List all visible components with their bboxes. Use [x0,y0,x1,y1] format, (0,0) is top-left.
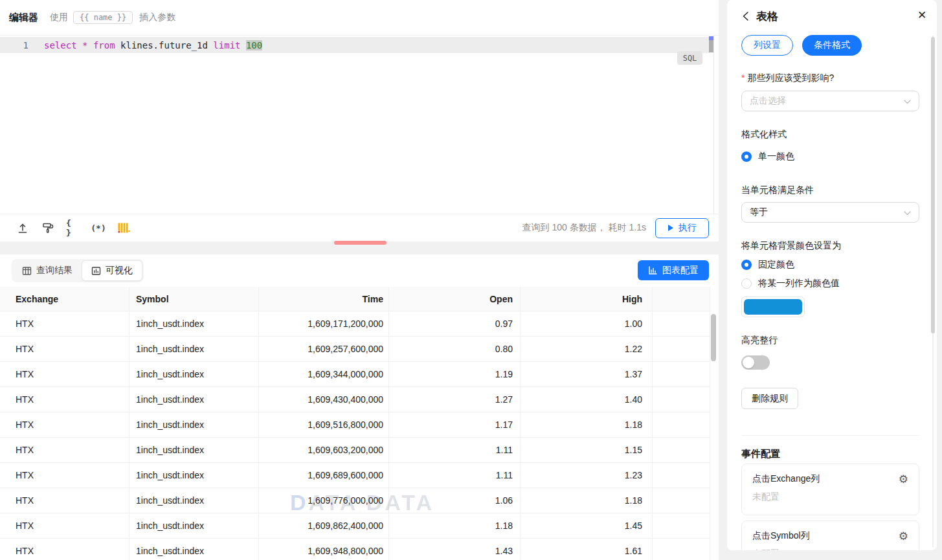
table-row[interactable]: HTX1inch_usdt.index1,609,948,800,0001.43… [0,539,710,560]
bar-chart-icon [648,265,658,275]
chart-config-button[interactable]: 图表配置 [638,260,709,280]
column-header[interactable]: High [521,287,653,311]
sql-code-editor[interactable]: 1select * from klines.future_1d limit 10… [0,36,710,214]
sql-editor-panel: 编辑器 使用 {{ name }} 插入参数 1select * from kl… [0,0,719,241]
radio-fixed-color[interactable]: 固定颜色 [741,259,794,271]
table-scrollbar-thumb[interactable] [711,314,716,361]
table-cell-empty [653,311,710,336]
table-cell: 1,609,171,200,000 [259,311,389,336]
gear-icon[interactable]: ⚙ [899,531,908,542]
table-cell: 1,609,862,400,000 [259,513,389,538]
color-picker[interactable] [741,297,805,317]
table-cell: 1,609,516,800,000 [259,412,389,437]
table-cell: HTX [0,463,129,487]
close-icon[interactable]: ✕ [917,8,926,22]
table-body: HTX1inch_usdt.index1,609,171,200,0000.97… [0,311,710,560]
table-row[interactable]: HTX1inch_usdt.index1,609,171,200,0000.97… [0,311,710,337]
gear-icon[interactable]: ⚙ [899,474,908,485]
logo-bars-icon [117,221,131,235]
editor-scrollbar-track [713,36,714,214]
back-chevron-icon[interactable] [742,11,749,24]
table-row[interactable]: HTX1inch_usdt.index1,609,603,200,0001.11… [0,438,710,463]
radio-single-color[interactable]: 单一颜色 [741,151,794,162]
drawer-scrollbar-thumb[interactable] [931,37,935,333]
table-cell: 1.45 [521,513,653,538]
table-cell: 1.00 [521,311,653,336]
panel-resize-handle[interactable] [334,241,387,245]
bg-color-label: 将单元格背景颜色设置为 [741,240,841,252]
parameter-icon[interactable]: (*) [91,221,106,235]
table-row[interactable]: HTX1inch_usdt.index1,609,257,600,0000.80… [0,337,710,362]
event-status: 未配置 [752,491,908,503]
table-cell: HTX [0,438,129,462]
tab-visualization[interactable]: 可视化 [82,260,142,281]
run-button[interactable]: 执行 [655,218,709,238]
insert-param-label: 插入参数 [139,12,175,23]
table-header-row: Exchange Symbol Time Open High [0,287,710,311]
tab-query-results[interactable]: 查询结果 [13,261,82,280]
format-paint-roller-icon[interactable] [41,221,55,235]
editor-header: 编辑器 使用 {{ name }} 插入参数 [0,0,719,36]
tab-column-settings[interactable]: 列设置 [741,35,793,56]
table-row[interactable]: HTX1inch_usdt.index1,609,776,000,0001.06… [0,488,710,513]
table-cell: 1.18 [521,412,653,437]
affected-columns-select[interactable]: 点击选择 [741,91,919,111]
table-row[interactable]: HTX1inch_usdt.index1,609,862,400,0001.18… [0,513,710,539]
column-header[interactable]: Open [389,287,521,311]
radio-on-icon [741,151,752,162]
sql-active-line[interactable]: 1select * from klines.future_1d limit 10… [0,37,710,53]
radio-off-icon [741,278,752,289]
chart-panel-icon [91,266,101,276]
table-cell: 1inch_usdt.index [129,337,259,361]
event-card-symbol[interactable]: 点击Symbol列 ⚙ 未配置 [741,521,919,550]
table-cell: 1inch_usdt.index [129,412,259,437]
table-cell: HTX [0,513,129,538]
column-header[interactable]: Exchange [0,287,129,311]
table-cell: 1inch_usdt.index [129,438,259,462]
table-cell: 1.15 [521,438,653,462]
table-cell: HTX [0,337,129,361]
results-panel: 查询结果 可视化 图表配置 Exchange Symbol Time Open … [0,254,719,560]
editor-scrollbar-thumb[interactable] [709,40,713,52]
delete-rule-button[interactable]: 删除规则 [741,388,798,409]
table-cell-empty [653,337,710,361]
config-tab-bar: 列设置 条件格式 [741,35,862,56]
tab-conditional-format[interactable]: 条件格式 [802,35,862,56]
table-row[interactable]: HTX1inch_usdt.index1,609,430,400,0001.27… [0,387,710,412]
table-row[interactable]: HTX1inch_usdt.index1,609,344,000,0001.19… [0,362,710,387]
highlight-row-toggle[interactable] [741,355,770,370]
editor-toolbar: { } (*) 查询到 100 条数据， 耗时 1.1s 执行 [0,214,719,241]
table-cell-empty [653,513,710,538]
table-cell: 1.22 [521,337,653,361]
event-status: 未配置 [752,548,908,550]
color-swatch [744,299,802,315]
column-header[interactable]: Symbol [129,287,259,311]
event-config-heading: 事件配置 [741,448,780,460]
table-cell: HTX [0,539,129,560]
table-cell: HTX [0,488,129,513]
table-cell: 0.80 [389,337,521,361]
table-cell: 1inch_usdt.index [129,539,259,560]
upload-icon[interactable] [16,221,30,235]
results-tab-bar: 查询结果 可视化 [12,259,144,282]
braces-icon[interactable]: { } [66,221,80,235]
param-name-tag[interactable]: {{ name }} [73,11,133,24]
table-cell: 1inch_usdt.index [129,311,259,336]
column-header[interactable]: Time [259,287,389,311]
highlight-row-label: 高亮整行 [741,335,778,346]
sql-language-badge: SQL [677,51,702,65]
sql-statement: select * from klines.future_1d limit 100 [44,40,262,50]
table-cell: 1.06 [389,488,521,513]
table-row[interactable]: HTX1inch_usdt.index1,609,516,800,0001.17… [0,412,710,438]
table-cell: HTX [0,311,129,336]
condition-select[interactable]: 等于 [741,202,919,223]
event-card-exchange[interactable]: 点击Exchange列 ⚙ 未配置 [741,464,919,515]
table-cell: 1inch_usdt.index [129,488,259,513]
table-cell: 1.40 [521,387,653,412]
table-cell-empty [653,362,710,386]
radio-column-as-color[interactable]: 将某一列作为颜色值 [741,278,840,289]
chevron-down-icon [904,207,911,218]
app-window: 编辑器 使用 {{ name }} 插入参数 1select * from kl… [0,0,942,560]
table-row[interactable]: HTX1inch_usdt.index1,609,689,600,0001.11… [0,463,710,488]
table-cell: 1.11 [389,438,521,462]
